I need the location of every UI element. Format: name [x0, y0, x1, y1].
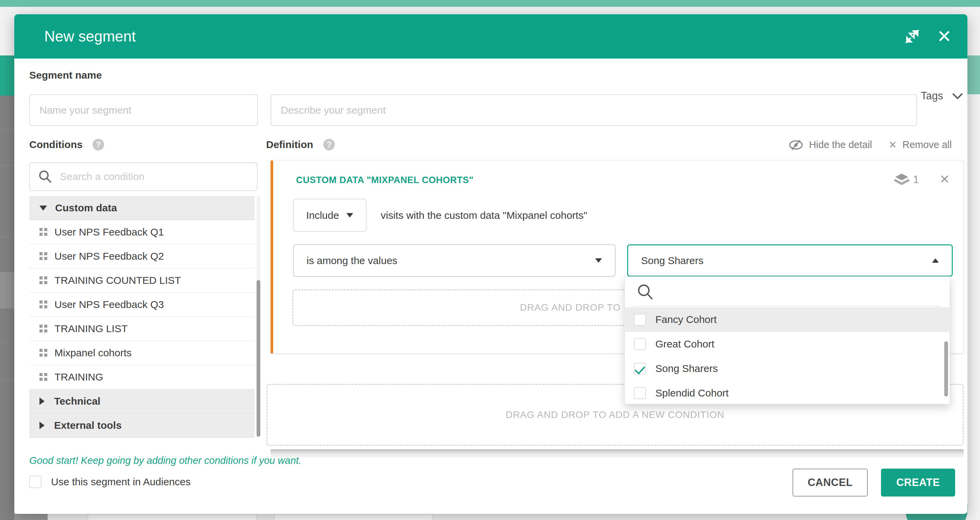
- background-header-band-left: [0, 56, 14, 95]
- value-label: Song Sharers: [641, 255, 703, 266]
- definition-help-icon[interactable]: ?: [323, 139, 335, 150]
- checkbox-unchecked[interactable]: [634, 338, 646, 350]
- search-icon: [38, 170, 52, 184]
- background-panel-edge: [14, 514, 48, 520]
- checkbox-checked[interactable]: [634, 363, 646, 375]
- segment-name-label: Segment name: [29, 70, 102, 81]
- operator-dropdown[interactable]: is among the values: [293, 244, 616, 277]
- group-custom-data[interactable]: Custom data: [29, 196, 255, 220]
- option-fancy-cohort[interactable]: Fancy Cohort: [625, 307, 950, 332]
- segment-name-input[interactable]: [29, 94, 258, 126]
- option-label: Splendid Cohort: [655, 387, 729, 399]
- search-icon: [636, 283, 655, 302]
- group-label: Technical: [54, 396, 100, 407]
- condition-card-title: CUSTOM DATA "MIXPANEL COHORTS": [296, 175, 474, 186]
- remove-all-x-icon: ✕: [888, 139, 897, 151]
- modal-header: New segment ✕: [14, 14, 967, 59]
- hint-text: Good start! Keep going by adding other c…: [29, 455, 301, 466]
- condition-item[interactable]: TRAINING: [29, 365, 255, 389]
- new-condition-drop-zone-label: DRAG AND DROP TO ADD A NEW CONDITION: [506, 409, 724, 420]
- condition-item[interactable]: Mixpanel cohorts: [29, 341, 255, 365]
- checkbox-unchecked[interactable]: [634, 314, 646, 326]
- drag-handle-icon: [40, 276, 48, 285]
- triangle-down-icon: [40, 205, 47, 211]
- conditions-list: Custom data User NPS Feedback Q1 User NP…: [29, 196, 255, 437]
- layers-icon: [894, 172, 910, 187]
- audiences-checkbox[interactable]: [29, 476, 41, 488]
- condition-item-label: User NPS Feedback Q1: [54, 226, 164, 238]
- tags-label: Tags: [921, 90, 943, 102]
- group-external-tools[interactable]: External tools: [29, 413, 255, 437]
- condition-item[interactable]: TRAINING LIST: [29, 317, 255, 341]
- collapse-icon[interactable]: [904, 28, 920, 45]
- condition-item[interactable]: User NPS Feedback Q3: [29, 293, 255, 317]
- condition-item[interactable]: TRAINING COUNTED LIST: [29, 269, 255, 293]
- condition-item-label: TRAINING LIST: [54, 323, 127, 334]
- option-splendid-cohort[interactable]: Splendid Cohort: [625, 381, 950, 406]
- condition-search-box: [29, 162, 258, 191]
- drag-handle-icon: [40, 301, 48, 309]
- condition-item-label: User NPS Feedback Q3: [54, 299, 164, 310]
- caret-down-icon: [595, 258, 602, 263]
- value-dropdown[interactable]: Song Sharers: [627, 244, 953, 277]
- drag-handle-icon: [40, 252, 48, 260]
- remove-all-button[interactable]: ✕ Remove all: [888, 139, 952, 151]
- audiences-label: Use this segment in Audiences: [51, 476, 191, 488]
- drag-handle-icon: [40, 324, 48, 333]
- conditions-help-icon[interactable]: ?: [92, 139, 104, 150]
- triangle-right-icon: [40, 421, 45, 429]
- close-icon[interactable]: ✕: [936, 28, 953, 45]
- background-header-band-right: [967, 56, 980, 94]
- new-segment-modal: New segment ✕ Segment name Tags: [14, 14, 967, 514]
- cancel-button[interactable]: CANCEL: [792, 469, 868, 496]
- value-dropdown-panel: Fancy Cohort Great Cohort Song Sharers S…: [624, 276, 950, 404]
- condition-description: visits with the custom data "Mixpanel co…: [381, 199, 587, 232]
- group-label: Custom data: [55, 202, 117, 214]
- tags-dropdown[interactable]: Tags: [921, 80, 963, 111]
- drag-handle-icon: [40, 349, 48, 357]
- modal-title: New segment: [44, 28, 136, 45]
- conditions-scrollbar-thumb[interactable]: [256, 280, 260, 437]
- operator-label: is among the values: [307, 255, 398, 266]
- drag-handle-icon: [40, 228, 48, 236]
- background-card-edge: [88, 514, 257, 520]
- option-label: Song Sharers: [655, 363, 718, 374]
- horizontal-scrollbar[interactable]: [270, 449, 964, 457]
- dropdown-scrollbar-thumb[interactable]: [944, 341, 948, 396]
- caret-up-icon: [932, 258, 939, 263]
- layers-count: 1: [913, 173, 919, 186]
- drag-handle-icon: [40, 373, 48, 381]
- caret-down-icon: [347, 213, 353, 218]
- background-sidebar: [0, 95, 14, 520]
- condition-search-input[interactable]: [60, 171, 249, 183]
- group-label: External tools: [54, 420, 121, 431]
- group-technical[interactable]: Technical: [29, 389, 255, 413]
- option-great-cohort[interactable]: Great Cohort: [625, 332, 950, 356]
- option-song-sharers[interactable]: Song Sharers: [625, 356, 950, 381]
- condition-close-icon[interactable]: ✕: [940, 172, 950, 186]
- include-dropdown[interactable]: Include: [293, 199, 366, 232]
- definition-label: Definition: [266, 139, 313, 150]
- divider: [633, 306, 941, 306]
- background-card-edge: [274, 514, 433, 520]
- option-label: Fancy Cohort: [655, 314, 717, 325]
- condition-item-label: User NPS Feedback Q2: [54, 250, 164, 262]
- chevron-down-icon: [952, 92, 963, 99]
- checkbox-unchecked[interactable]: [634, 387, 646, 399]
- condition-item-label: TRAINING COUNTED LIST: [54, 275, 181, 286]
- include-label: Include: [306, 210, 339, 221]
- layers-counter[interactable]: 1: [894, 172, 919, 187]
- condition-item[interactable]: User NPS Feedback Q2: [29, 244, 255, 269]
- background-top-bar: [0, 0, 980, 7]
- remove-all-label: Remove all: [902, 139, 952, 150]
- conditions-label: Conditions: [29, 139, 83, 150]
- hide-detail-button[interactable]: Hide the detail: [788, 139, 872, 150]
- condition-item-label: Mixpanel cohorts: [54, 347, 132, 359]
- eye-slash-icon: [788, 140, 803, 150]
- option-label: Great Cohort: [655, 338, 714, 350]
- condition-item[interactable]: User NPS Feedback Q1: [29, 220, 255, 244]
- condition-item-label: TRAINING: [54, 371, 103, 383]
- segment-description-input[interactable]: [270, 94, 917, 126]
- create-button[interactable]: CREATE: [881, 469, 955, 496]
- hide-detail-label: Hide the detail: [809, 139, 872, 150]
